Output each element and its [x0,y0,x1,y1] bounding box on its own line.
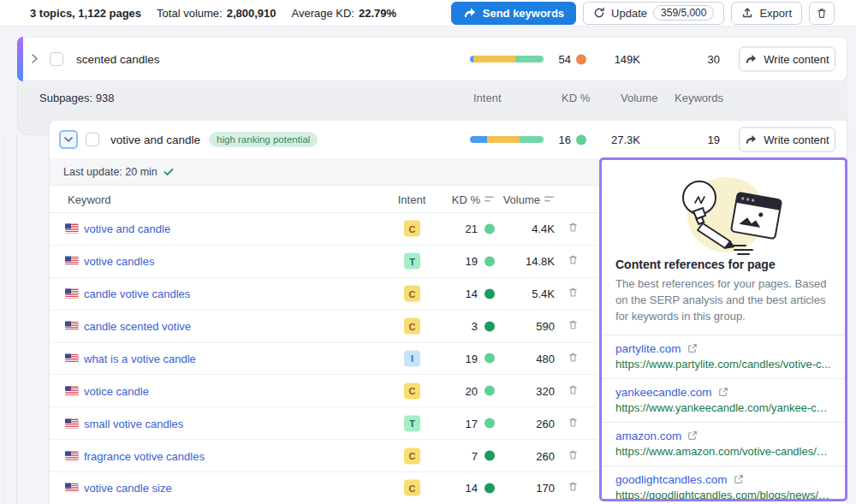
topic-checkbox[interactable] [50,52,63,66]
reference-domain-link[interactable]: amazon.com [615,430,681,442]
us-flag-icon [65,483,79,493]
send-keywords-label: Send keywords [483,7,564,20]
reference-item: partylite.com https://www.partylite.com/… [602,335,845,378]
kd-difficulty-dot [484,386,495,396]
column-header-volume: Volume [621,92,657,104]
reference-domain-line: partylite.com [615,342,831,355]
reference-domain-line: amazon.com [615,430,831,442]
topics-pages-count: 3 topics, 1,122 pages [30,7,141,20]
remove-keyword-button[interactable] [566,349,580,367]
reference-url: https://www.amazon.com/votive-candles/b?… [615,445,831,458]
content-area: scented candles 54 149K 30 Write content… [0,27,856,504]
kd-value: 14 [466,482,478,495]
external-link-icon[interactable] [687,430,698,441]
external-link-icon[interactable] [718,387,728,397]
topic-name[interactable]: scented candles [76,53,160,66]
page-checkbox[interactable] [86,133,99,146]
column-header-keywords: Keywords [675,92,723,104]
collapse-page-button[interactable] [59,130,78,149]
trash-icon [568,383,579,395]
kd-cell: 3 [426,320,495,333]
average-kd-stat: Average KD: 22.79% [292,7,397,20]
volume-value: 590 [495,320,555,333]
delete-button[interactable] [809,2,835,25]
content-references-panel: Content references for page The best ref… [599,157,847,501]
remove-keyword-button[interactable] [566,285,580,303]
us-flag-icon [65,224,79,234]
kd-value: 3 [472,320,478,333]
topic-row: scented candles 54 149K 30 Write content [17,37,847,81]
keyword-link[interactable]: small votive candles [84,417,183,430]
keyword-link[interactable]: fragrance votive candles [84,449,205,462]
header-kd[interactable]: KD % [426,193,495,205]
keyword-link[interactable]: votice candle [84,384,149,397]
keyword-link[interactable]: votive candles [84,255,154,268]
header-volume-label: Volume [503,193,540,205]
reference-url: https://www.yankeecandle.com/yankee-can.… [615,401,831,414]
us-flag-icon [65,257,79,266]
kd-difficulty-dot [484,483,495,493]
export-button[interactable]: Export [731,2,802,25]
average-kd-value: 22.79% [359,7,396,20]
intent-badge: T [404,253,420,270]
update-button[interactable]: Update 359/5,000 [583,2,724,25]
remove-keyword-button[interactable] [566,252,580,270]
remove-keyword-button[interactable] [566,447,580,465]
intent-segment-commercial [473,56,515,62]
refresh-icon [593,7,605,19]
remove-keyword-button[interactable] [566,317,580,335]
external-link-icon[interactable] [687,343,698,353]
references-list: partylite.com https://www.partylite.com/… [602,335,845,501]
volume-value: 27.3K [583,133,640,146]
keyword-link[interactable]: votive candle size [84,482,172,495]
check-icon [163,168,174,176]
subpages-count-label: Subpages: 938 [39,92,114,104]
volume-value: 170 [495,482,555,495]
reference-item: goodlightcandles.com https://goodlightca… [602,465,845,501]
keyword-link[interactable]: candle scented votive [84,320,191,333]
volume-value: 5.4K [495,288,555,300]
kd-cell: 16 [523,133,586,146]
us-flag-icon [65,418,79,428]
keyword-row: votice candle C 20 320 [50,375,597,407]
expand-topic-chevron[interactable] [32,51,38,67]
kd-difficulty-dot [484,223,495,234]
keyword-link[interactable]: votive and candle [84,222,170,235]
trash-icon [568,222,579,234]
kd-value: 16 [559,133,571,146]
reference-domain-link[interactable]: yankeecandle.com [615,386,712,399]
intent-badge: C [404,318,420,335]
lightbulb-illustration [651,170,795,256]
kd-value: 7 [472,449,478,462]
remove-keyword-button[interactable] [566,479,580,497]
write-content-button[interactable]: Write content [739,127,835,152]
reference-url: https://goodlightcandles.com/blogs/news/… [615,489,831,501]
keyword-link[interactable]: what is a votive candle [84,352,196,365]
kd-cell: 19 [426,352,495,365]
kd-difficulty-dot [484,353,495,364]
reference-domain-link[interactable]: partylite.com [615,342,681,355]
trash-icon [568,351,579,363]
volume-value: 260 [495,417,555,430]
remove-keyword-button[interactable] [566,414,580,432]
write-content-button[interactable]: Write content [739,47,835,72]
trash-icon [568,481,579,493]
export-icon [741,7,753,19]
page-row: votive and candle high ranking potential… [50,121,847,158]
page-name[interactable]: votive and candle [110,133,200,146]
external-link-icon[interactable] [734,474,744,484]
remove-keyword-button[interactable] [566,382,580,400]
intent-badge: T [404,415,420,431]
header-volume[interactable]: Volume [495,193,555,205]
reference-domain-link[interactable]: goodlightcandles.com [615,473,728,486]
write-arrow-icon [745,134,757,145]
send-keywords-button[interactable]: Send keywords [451,2,576,25]
last-update-text: Last update: 20 min [63,166,158,178]
remove-keyword-button[interactable] [566,220,580,238]
update-label: Update [611,7,647,20]
intent-segment-commercial [487,136,520,143]
kd-value: 19 [466,255,478,268]
header-kd-label: KD % [452,193,480,205]
update-quota-badge: 359/5,000 [653,5,714,21]
keyword-link[interactable]: candle votive candles [84,288,190,300]
